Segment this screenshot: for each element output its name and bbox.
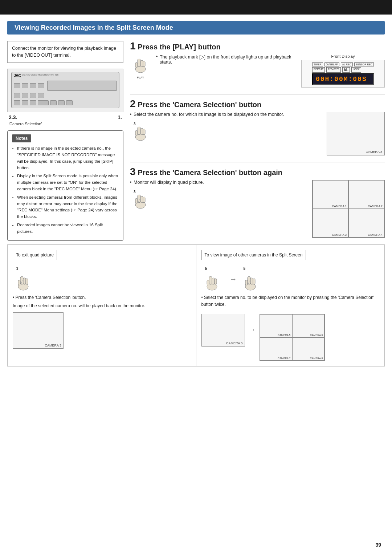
step-3-content: Monitor will display in quad picture. 3 — [130, 180, 385, 238]
step-1-title: Press the [PLAY] button — [138, 43, 221, 51]
connect-box-text: Connect the monitor for viewing the play… — [12, 46, 116, 58]
hand-svg-bl — [14, 273, 33, 292]
step-2-heading: 2Press the 'Camera Selection' button — [130, 99, 385, 109]
labels-row: 2.3. 1. — [7, 114, 123, 120]
indicator-sensorrec: SENSOR REC — [354, 62, 374, 66]
indicator-row-1: TIMER OVERLAP AL REC SENSOR REC — [312, 62, 374, 66]
svg-rect-4 — [135, 62, 138, 68]
svg-rect-13 — [143, 197, 145, 203]
vcr-btn-11 — [30, 100, 36, 105]
step-2-section: 2Press the 'Camera Selection' button Sel… — [130, 99, 385, 155]
bottom-right-camera-quad: CAMERA 5 CAMERA 6 CAMERA 7 CAMERA 8 — [260, 314, 325, 361]
right-column: 1Press the [PLAY] button — [130, 41, 385, 244]
display-row: TIMER OVERLAP AL REC SENSOR REC REPEAT 1… — [312, 62, 374, 85]
notes-item-3: When selecting cameras from different bl… — [17, 194, 119, 220]
vcr-btn-4 — [38, 83, 44, 88]
svg-rect-29 — [245, 280, 248, 285]
svg-rect-1 — [138, 59, 140, 67]
vcr-row-3 — [14, 100, 117, 105]
step-1-heading: 1Press the [PLAY] button — [130, 41, 385, 51]
notes-list: If there is no image in the selected cam… — [12, 145, 119, 235]
bottom-left: To exit quad picture 3 — [8, 245, 196, 366]
vcr-btn-13 — [50, 100, 57, 105]
bottom-right-quad-label-2: CAMERA 6 — [310, 334, 323, 336]
step-1-hand-icon — [130, 54, 151, 75]
bottom-left-hand-number: 3 — [16, 267, 19, 271]
bottom-right-quad-cell-3: CAMERA 7 — [260, 337, 292, 361]
svg-rect-7 — [140, 128, 143, 135]
bottom-right-quad-cell-4: CAMERA 8 — [292, 337, 324, 361]
indicator-alrec: AL REC — [341, 62, 353, 66]
bottom-left-hand-area: 3 — [13, 267, 38, 291]
display-screen: 00H:00M:00S — [312, 73, 374, 85]
step-2-hand-icon — [130, 122, 151, 143]
front-display-area: Front Display TIMER OVERLAP AL REC SENSO… — [301, 54, 385, 88]
svg-rect-22 — [212, 278, 215, 284]
bottom-right-quad-label-3: CAMERA 7 — [278, 357, 290, 360]
indicator-overlap: OVERLAP — [324, 62, 339, 66]
indicator-al: AL — [342, 67, 350, 73]
step-2-hand-number: 3 — [134, 122, 136, 126]
bottom-right-hand-right-area: 5 — [240, 267, 265, 291]
page-number: 39 — [375, 542, 381, 548]
separator-2 — [130, 162, 385, 162]
indicator-lock: LOCK — [351, 67, 361, 73]
step-2-text: Select the camera no. for which its imag… — [130, 112, 322, 147]
bottom-right-quad-cell-1: CAMERA 5 — [260, 314, 292, 337]
step-1-section: 1Press the [PLAY] button — [130, 41, 385, 88]
bottom-right-hand-right-number: 5 — [244, 267, 246, 271]
hand-svg-br-left — [203, 273, 221, 292]
bottom-left-camera-box: CAMERA 3 — [13, 312, 64, 349]
bottom-right-hand-left-icon — [201, 272, 222, 293]
bottom-right-bullet: • Select the camera no. to be displayed … — [201, 294, 380, 308]
vcr-btn-7 — [30, 93, 36, 98]
bottom-right-camera-single: CAMERA 5 — [201, 314, 245, 347]
svg-rect-6 — [138, 127, 140, 135]
front-display-label: Front Display — [331, 54, 355, 58]
quad-label-4: CAMERA 4 — [368, 233, 383, 236]
vcr-btn-3 — [30, 83, 36, 88]
label-1: 1. — [118, 114, 122, 120]
connect-box: Connect the monitor for viewing the play… — [7, 41, 123, 63]
vcr-btn-2 — [22, 83, 28, 88]
svg-rect-23 — [215, 279, 217, 284]
svg-rect-21 — [209, 276, 212, 284]
svg-rect-12 — [140, 196, 143, 203]
vcr-btn-5 — [14, 93, 20, 98]
step-2-camera-label: CAMERA 3 — [366, 150, 382, 154]
notes-title: Notes — [12, 134, 31, 143]
indicator-12345678: 12345678 — [326, 67, 340, 73]
bottom-section: To exit quad picture 3 — [7, 244, 385, 366]
vcr-row-2 — [14, 93, 117, 98]
step-1-bullet: The playback mark [▷] on the front displ… — [156, 54, 296, 65]
quad-cell-3: CAMERA 3 — [313, 209, 348, 238]
svg-rect-24 — [207, 280, 209, 285]
bottom-right-hand-row: 5 → 5 — [201, 267, 380, 291]
arrow-right-icon: → — [230, 275, 237, 283]
main-content: Connect the monitor for viewing the play… — [0, 35, 392, 244]
front-display: TIMER OVERLAP AL REC SENSOR REC REPEAT 1… — [301, 60, 385, 88]
svg-rect-2 — [140, 60, 143, 67]
step-2-title: Press the 'Camera Selection' button — [138, 101, 262, 109]
camera-selection-label: 'Camera Selection' — [7, 122, 123, 126]
notes-item-2: Display in the Split Screen mode is poss… — [17, 173, 119, 192]
bottom-left-hand-icon — [13, 272, 34, 293]
svg-rect-27 — [250, 278, 253, 284]
svg-rect-3 — [143, 61, 145, 67]
svg-rect-9 — [135, 130, 138, 135]
separator-1 — [130, 94, 385, 94]
vcr-btn-14 — [58, 100, 65, 105]
bottom-right-quad-label-4: CAMERA 8 — [310, 357, 323, 360]
bottom-left-bullet1: • Press the 'Camera Selection' button. — [13, 294, 191, 301]
quad-cell-2: CAMERA 2 — [348, 180, 384, 209]
play-label: PLAY — [137, 76, 144, 79]
top-bar — [0, 0, 392, 15]
step-1-text-col: The playback mark [▷] on the front displ… — [156, 54, 296, 67]
step-2-bullet: Select the camera no. for which its imag… — [130, 112, 322, 117]
step-2-camera-box: CAMERA 3 — [327, 112, 385, 155]
vcr-btn-6 — [22, 93, 28, 98]
bottom-right-cameras: CAMERA 5 → CAMERA 5 CAMERA 6 CAMERA 7 CA — [201, 311, 380, 361]
step-2-hand-area: 3 — [130, 122, 155, 147]
indicator-timer: TIMER — [312, 62, 323, 66]
step-1-number: 1 — [130, 41, 136, 51]
